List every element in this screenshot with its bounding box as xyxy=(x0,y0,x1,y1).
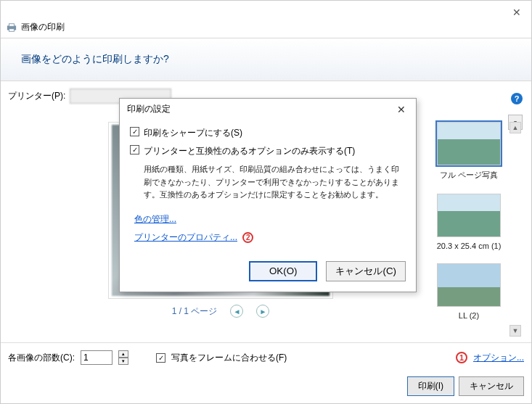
copies-spinner[interactable]: ▴▾ xyxy=(118,350,128,365)
window-title: 画像の印刷 xyxy=(21,21,65,33)
footer-row: 各画像の部数(C): ▴▾ 写真をフレームに合わせる(F) 1 オプション... xyxy=(1,342,531,372)
printer-label: プリンター(P): xyxy=(8,90,65,102)
layout-scroll-up[interactable]: ▲ xyxy=(510,122,521,133)
sharpen-label: 印刷をシャープにする(S) xyxy=(144,127,242,139)
window-title-bar: 画像の印刷 xyxy=(1,1,531,38)
compat-label: プリンターと互換性のあるオプションのみ表示する(T) xyxy=(144,145,355,157)
next-page-button[interactable]: ► xyxy=(256,305,269,318)
copies-input[interactable] xyxy=(81,350,112,365)
layout-thumb xyxy=(437,194,501,237)
print-button[interactable]: 印刷(I) xyxy=(407,376,454,396)
svg-rect-2 xyxy=(9,28,15,31)
layout-label: LL (2) xyxy=(428,311,510,320)
pager-text: 1 / 1 ページ xyxy=(172,305,218,318)
dialog-cancel-button[interactable]: キャンセル(C) xyxy=(326,261,406,281)
question-text: 画像をどのように印刷しますか? xyxy=(21,53,169,65)
print-pictures-window: ✕ 画像の印刷 画像をどのように印刷しますか? プリンター(P): ▾ ? 1 … xyxy=(0,0,532,404)
footer-buttons: 印刷(I) キャンセル xyxy=(1,372,531,403)
layout-label: フル ページ写真 xyxy=(428,170,510,181)
layout-thumb xyxy=(437,263,501,307)
layout-item-full[interactable]: フル ページ写真 xyxy=(428,122,510,181)
question-heading: 画像をどのように印刷しますか? xyxy=(1,38,531,81)
layout-rail: フル ページ写真 20.3 x 25.4 cm (1) LL (2) xyxy=(428,122,510,337)
prev-page-button[interactable]: ◄ xyxy=(230,305,243,318)
dialog-title: 印刷の設定 xyxy=(127,103,171,115)
fit-frame-checkbox[interactable] xyxy=(156,353,165,363)
print-settings-dialog: 印刷の設定 ✕ 印刷をシャープにする(S) プリンターと互換性のあるオプションの… xyxy=(119,98,417,292)
print-icon xyxy=(7,22,17,33)
layout-scroll-down[interactable]: ▼ xyxy=(510,325,521,337)
sharpen-checkbox[interactable] xyxy=(130,127,139,136)
dialog-close-icon[interactable]: ✕ xyxy=(394,104,409,115)
layout-thumb xyxy=(437,122,501,165)
annotation-badge-2: 2 xyxy=(242,232,253,243)
copies-label: 各画像の部数(C): xyxy=(8,352,75,364)
close-icon[interactable]: ✕ xyxy=(512,7,521,18)
layout-label: 20.3 x 25.4 cm (1) xyxy=(428,242,510,250)
fit-frame-label: 写真をフレームに合わせる(F) xyxy=(171,352,287,364)
svg-rect-1 xyxy=(9,23,15,26)
printer-properties-link[interactable]: プリンターのプロパティ... xyxy=(134,231,237,244)
ok-button[interactable]: OK(O) xyxy=(249,261,318,281)
compat-checkbox[interactable] xyxy=(130,145,139,154)
color-management-link[interactable]: 色の管理... xyxy=(134,213,176,226)
layout-item-8x10[interactable]: 20.3 x 25.4 cm (1) xyxy=(428,194,510,250)
annotation-badge-1: 1 xyxy=(456,352,467,363)
layout-item-ll[interactable]: LL (2) xyxy=(428,263,510,320)
help-icon[interactable]: ? xyxy=(511,93,523,104)
options-link[interactable]: オプション... xyxy=(473,352,524,364)
compat-description: 用紙の種類、用紙サイズ、印刷品質の組み合わせによっては、うまく印刷できなかったり… xyxy=(144,163,400,202)
cancel-button[interactable]: キャンセル xyxy=(459,376,524,396)
